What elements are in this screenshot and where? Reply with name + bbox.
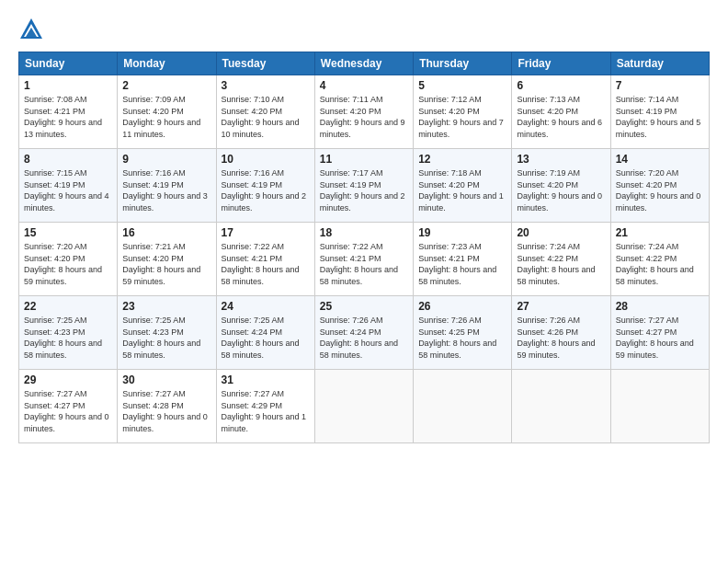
- calendar-day-cell: 1 Sunrise: 7:08 AMSunset: 4:21 PMDayligh…: [19, 75, 118, 149]
- calendar-day-cell: 7 Sunrise: 7:14 AMSunset: 4:19 PMDayligh…: [610, 75, 709, 149]
- calendar-weekday-header: Friday: [512, 52, 610, 75]
- calendar-day-cell: 22 Sunrise: 7:25 AMSunset: 4:23 PMDaylig…: [19, 296, 118, 370]
- day-info: Sunrise: 7:27 AMSunset: 4:27 PMDaylight:…: [24, 389, 109, 433]
- calendar-day-cell: 24 Sunrise: 7:25 AMSunset: 4:24 PMDaylig…: [216, 296, 314, 370]
- calendar-day-cell: 5 Sunrise: 7:12 AMSunset: 4:20 PMDayligh…: [414, 75, 512, 149]
- day-info: Sunrise: 7:26 AMSunset: 4:24 PMDaylight:…: [320, 316, 398, 360]
- day-number: 4: [320, 79, 408, 92]
- day-number: 9: [122, 153, 210, 166]
- calendar-day-cell: 19 Sunrise: 7:23 AMSunset: 4:21 PMDaylig…: [414, 223, 512, 296]
- day-number: 23: [122, 300, 210, 313]
- calendar-day-cell: [314, 370, 413, 443]
- day-number: 28: [616, 300, 704, 313]
- calendar-day-cell: 31 Sunrise: 7:27 AMSunset: 4:29 PMDaylig…: [216, 370, 314, 443]
- day-number: 11: [320, 153, 408, 166]
- calendar-day-cell: 29 Sunrise: 7:27 AMSunset: 4:27 PMDaylig…: [19, 370, 118, 443]
- calendar-weekday-header: Monday: [118, 52, 216, 75]
- day-info: Sunrise: 7:20 AMSunset: 4:20 PMDaylight:…: [616, 168, 701, 213]
- calendar-day-cell: 4 Sunrise: 7:11 AMSunset: 4:20 PMDayligh…: [314, 75, 413, 149]
- calendar-day-cell: 11 Sunrise: 7:17 AMSunset: 4:19 PMDaylig…: [314, 149, 413, 223]
- day-info: Sunrise: 7:16 AMSunset: 4:19 PMDaylight:…: [222, 168, 307, 213]
- calendar-day-cell: 30 Sunrise: 7:27 AMSunset: 4:28 PMDaylig…: [118, 370, 216, 443]
- day-info: Sunrise: 7:26 AMSunset: 4:26 PMDaylight:…: [517, 316, 595, 360]
- day-info: Sunrise: 7:12 AMSunset: 4:20 PMDaylight:…: [418, 95, 504, 139]
- day-number: 6: [517, 79, 605, 92]
- day-number: 20: [517, 226, 605, 239]
- calendar-week-row: 8 Sunrise: 7:15 AMSunset: 4:19 PMDayligh…: [19, 149, 710, 223]
- calendar-day-cell: 3 Sunrise: 7:10 AMSunset: 4:20 PMDayligh…: [216, 75, 314, 149]
- day-info: Sunrise: 7:13 AMSunset: 4:20 PMDaylight:…: [517, 95, 602, 139]
- day-number: 24: [222, 300, 310, 313]
- day-number: 13: [517, 153, 605, 166]
- day-number: 8: [24, 153, 112, 166]
- day-number: 29: [24, 373, 112, 386]
- day-number: 16: [122, 226, 210, 239]
- calendar-weekday-header: Tuesday: [216, 52, 314, 75]
- day-info: Sunrise: 7:14 AMSunset: 4:19 PMDaylight:…: [616, 95, 701, 139]
- day-info: Sunrise: 7:15 AMSunset: 4:19 PMDaylight:…: [24, 168, 109, 213]
- day-number: 12: [418, 153, 506, 166]
- calendar-day-cell: 17 Sunrise: 7:22 AMSunset: 4:21 PMDaylig…: [216, 223, 314, 296]
- calendar-day-cell: 8 Sunrise: 7:15 AMSunset: 4:19 PMDayligh…: [19, 149, 118, 223]
- calendar-day-cell: 6 Sunrise: 7:13 AMSunset: 4:20 PMDayligh…: [512, 75, 610, 149]
- logo: [18, 17, 48, 42]
- day-info: Sunrise: 7:08 AMSunset: 4:21 PMDaylight:…: [24, 95, 102, 139]
- calendar-day-cell: 25 Sunrise: 7:26 AMSunset: 4:24 PMDaylig…: [314, 296, 413, 370]
- day-info: Sunrise: 7:11 AMSunset: 4:20 PMDaylight:…: [320, 95, 405, 139]
- day-info: Sunrise: 7:17 AMSunset: 4:19 PMDaylight:…: [320, 168, 405, 213]
- day-info: Sunrise: 7:10 AMSunset: 4:20 PMDaylight:…: [222, 95, 300, 139]
- day-info: Sunrise: 7:25 AMSunset: 4:24 PMDaylight:…: [222, 316, 300, 360]
- calendar-weekday-header: Sunday: [19, 52, 118, 75]
- day-number: 27: [517, 300, 605, 313]
- calendar-table: SundayMondayTuesdayWednesdayThursdayFrid…: [18, 52, 710, 443]
- day-info: Sunrise: 7:27 AMSunset: 4:28 PMDaylight:…: [122, 389, 208, 433]
- day-number: 30: [122, 373, 210, 386]
- calendar-week-row: 22 Sunrise: 7:25 AMSunset: 4:23 PMDaylig…: [19, 296, 710, 370]
- calendar-week-row: 1 Sunrise: 7:08 AMSunset: 4:21 PMDayligh…: [19, 75, 710, 149]
- calendar-day-cell: [414, 370, 512, 443]
- day-number: 5: [418, 79, 506, 92]
- day-info: Sunrise: 7:18 AMSunset: 4:20 PMDaylight:…: [418, 168, 504, 213]
- day-info: Sunrise: 7:20 AMSunset: 4:20 PMDaylight:…: [24, 242, 102, 286]
- day-info: Sunrise: 7:23 AMSunset: 4:21 PMDaylight:…: [418, 242, 496, 286]
- calendar-day-cell: 12 Sunrise: 7:18 AMSunset: 4:20 PMDaylig…: [414, 149, 512, 223]
- day-info: Sunrise: 7:22 AMSunset: 4:21 PMDaylight:…: [320, 242, 398, 286]
- day-number: 17: [222, 226, 310, 239]
- logo-icon: [18, 17, 44, 42]
- day-number: 22: [24, 300, 112, 313]
- day-info: Sunrise: 7:25 AMSunset: 4:23 PMDaylight:…: [24, 316, 102, 360]
- calendar-day-cell: [610, 370, 709, 443]
- calendar-day-cell: 21 Sunrise: 7:24 AMSunset: 4:22 PMDaylig…: [610, 223, 709, 296]
- calendar-day-cell: 15 Sunrise: 7:20 AMSunset: 4:20 PMDaylig…: [19, 223, 118, 296]
- day-number: 2: [122, 79, 210, 92]
- day-number: 10: [222, 153, 310, 166]
- calendar-day-cell: 27 Sunrise: 7:26 AMSunset: 4:26 PMDaylig…: [512, 296, 610, 370]
- day-info: Sunrise: 7:25 AMSunset: 4:23 PMDaylight:…: [122, 316, 200, 360]
- day-info: Sunrise: 7:22 AMSunset: 4:21 PMDaylight:…: [222, 242, 300, 286]
- calendar-day-cell: 23 Sunrise: 7:25 AMSunset: 4:23 PMDaylig…: [118, 296, 216, 370]
- calendar-day-cell: 10 Sunrise: 7:16 AMSunset: 4:19 PMDaylig…: [216, 149, 314, 223]
- calendar-day-cell: 18 Sunrise: 7:22 AMSunset: 4:21 PMDaylig…: [314, 223, 413, 296]
- day-info: Sunrise: 7:21 AMSunset: 4:20 PMDaylight:…: [122, 242, 200, 286]
- calendar-day-cell: 20 Sunrise: 7:24 AMSunset: 4:22 PMDaylig…: [512, 223, 610, 296]
- calendar-day-cell: 9 Sunrise: 7:16 AMSunset: 4:19 PMDayligh…: [118, 149, 216, 223]
- calendar-day-cell: 28 Sunrise: 7:27 AMSunset: 4:27 PMDaylig…: [610, 296, 709, 370]
- day-number: 25: [320, 300, 408, 313]
- calendar-header-row: SundayMondayTuesdayWednesdayThursdayFrid…: [19, 52, 710, 75]
- day-info: Sunrise: 7:24 AMSunset: 4:22 PMDaylight:…: [517, 242, 595, 286]
- day-info: Sunrise: 7:19 AMSunset: 4:20 PMDaylight:…: [517, 168, 602, 213]
- day-number: 7: [616, 79, 704, 92]
- day-number: 3: [222, 79, 310, 92]
- day-info: Sunrise: 7:26 AMSunset: 4:25 PMDaylight:…: [418, 316, 496, 360]
- calendar-week-row: 29 Sunrise: 7:27 AMSunset: 4:27 PMDaylig…: [19, 370, 710, 443]
- day-number: 18: [320, 226, 408, 239]
- calendar-weekday-header: Thursday: [414, 52, 512, 75]
- day-number: 14: [616, 153, 704, 166]
- day-info: Sunrise: 7:27 AMSunset: 4:27 PMDaylight:…: [616, 316, 694, 360]
- day-number: 15: [24, 226, 112, 239]
- day-info: Sunrise: 7:09 AMSunset: 4:20 PMDaylight:…: [122, 95, 200, 139]
- page-header: [18, 17, 710, 42]
- calendar-day-cell: 26 Sunrise: 7:26 AMSunset: 4:25 PMDaylig…: [414, 296, 512, 370]
- day-number: 21: [616, 226, 704, 239]
- calendar-weekday-header: Saturday: [610, 52, 709, 75]
